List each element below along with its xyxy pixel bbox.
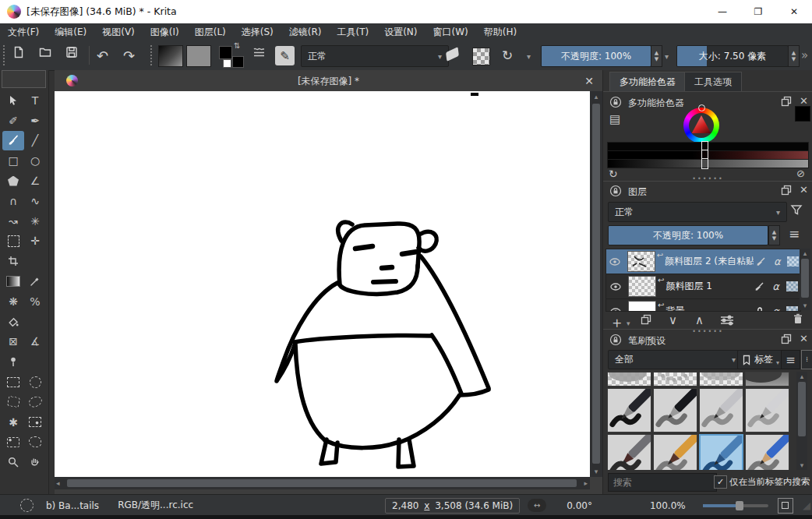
scroll-down-icon[interactable]: ▾ <box>796 461 807 470</box>
layer-alpha-lock-icon[interactable]: α <box>769 252 785 271</box>
brush-grid-scrollbar[interactable]: ▴ ▾ <box>796 372 807 470</box>
layer-lock-paint-icon[interactable] <box>751 302 768 312</box>
layer-blend-mode-combo[interactable]: 正常 ▾ <box>608 202 787 222</box>
canvas-horizontal-scrollbar[interactable]: ◂ ▸ <box>55 477 590 489</box>
layer-opacity-slider[interactable]: 不透明度: 100% <box>608 225 768 245</box>
pattern-chooser[interactable] <box>186 45 211 67</box>
close-docker-icon[interactable]: ✕ <box>800 184 808 196</box>
float-docker-icon[interactable] <box>781 185 792 196</box>
reference-images-tool[interactable] <box>2 351 24 372</box>
delete-layer-button[interactable] <box>792 312 804 325</box>
move-layer-up-button[interactable]: ∧ <box>695 313 704 327</box>
maximize-button[interactable]: ❐ <box>740 0 776 23</box>
polyline-tool[interactable]: ∠ <box>24 171 46 191</box>
menu-item[interactable]: 图像(I) <box>143 23 187 41</box>
calligraphy-tool[interactable]: ✒ <box>24 111 46 131</box>
gradient-tool[interactable] <box>2 271 24 291</box>
transform-tool[interactable] <box>2 231 24 252</box>
canvas-subwindow-titlebar[interactable]: [未保存图像] * ✕ <box>55 70 602 92</box>
magnetic-select-tool[interactable] <box>24 432 46 453</box>
scrollbar-thumb[interactable] <box>801 259 809 298</box>
menu-item[interactable]: 视图(V) <box>94 23 143 41</box>
scroll-up-icon[interactable]: ▴ <box>796 372 807 381</box>
similar-select-tool[interactable] <box>24 412 46 432</box>
new-document-button[interactable] <box>12 46 25 58</box>
menu-item[interactable]: 工具(T) <box>329 23 376 41</box>
color-wheel[interactable] <box>683 108 719 143</box>
toolbar-drag-handle[interactable] <box>2 45 6 65</box>
move-tool[interactable]: ✛ <box>24 231 46 252</box>
brush-preset-ink-pen-1[interactable] <box>607 388 651 432</box>
multibrush-tool[interactable]: ✳ <box>24 211 46 231</box>
pan-tool[interactable] <box>24 452 46 472</box>
layer-inherit-alpha-icon[interactable] <box>784 277 800 296</box>
docker-lock-icon[interactable] <box>609 96 622 108</box>
menu-item[interactable]: 滤镜(R) <box>281 23 330 41</box>
docker-lock-icon[interactable] <box>609 185 622 197</box>
blend-mode-combo[interactable]: 正常 ▾ <box>301 45 449 67</box>
edit-shapes-tool[interactable]: ✐ <box>2 111 24 131</box>
current-brush-name[interactable]: b) Ba...tails <box>46 500 99 511</box>
zoom-tool[interactable] <box>2 452 24 472</box>
layer-name[interactable]: 颜料图层 2 (来自粘贴) <box>665 255 754 268</box>
eraser-mode-button[interactable] <box>446 50 459 58</box>
blending-options-button[interactable] <box>252 47 266 58</box>
scrollbar-thumb[interactable] <box>67 479 577 487</box>
opacity-spinner[interactable]: ▲▼ <box>651 45 662 67</box>
brush-menu-icon[interactable]: ≡ <box>781 350 800 369</box>
brush-preset-smudge[interactable] <box>745 372 789 387</box>
brush-preset-watercolor-selected[interactable] <box>699 434 743 470</box>
toolbox-header[interactable] <box>2 70 46 88</box>
layer-visibility-eye-icon[interactable] <box>606 305 625 312</box>
open-document-button[interactable] <box>39 46 51 58</box>
scrollbar-thumb[interactable] <box>592 104 600 464</box>
assistants-tool[interactable]: ⊠ <box>2 332 24 352</box>
layer-name[interactable]: 背景 <box>665 305 751 312</box>
undo-button[interactable]: ↶ <box>97 48 108 64</box>
scroll-left-icon[interactable]: ◂ <box>56 478 60 489</box>
tab-advanced-color-selector[interactable]: 多功能拾色器 <box>609 72 686 91</box>
scroll-up-icon[interactable]: ▴ <box>590 91 602 102</box>
layer-list-scrollbar[interactable]: ▴ ▾ <box>800 249 810 310</box>
menu-item[interactable]: 编辑(E) <box>47 23 94 41</box>
layer-row[interactable]: ↩ 颜料图层 2 (来自粘贴) α <box>606 249 800 274</box>
zoom-slider[interactable] <box>703 504 768 507</box>
canvas-angle[interactable]: 0.00° <box>567 500 592 511</box>
contiguous-select-tool[interactable]: ✱ <box>2 412 24 432</box>
freehand-brush-tool[interactable] <box>2 131 24 151</box>
layer-row[interactable]: ↩ 背景 α <box>606 299 800 312</box>
chevron-down-icon[interactable]: ▾ <box>527 52 531 61</box>
measure-tool[interactable]: ∡ <box>24 332 46 352</box>
layer-options-menu-icon[interactable]: ≡ <box>789 226 800 242</box>
layer-name[interactable]: 颜料图层 1 <box>665 280 751 293</box>
menu-item[interactable]: 帮助(H) <box>476 23 524 41</box>
foreground-color-swatch[interactable] <box>219 46 232 59</box>
brush-preset-ink-pen-3[interactable] <box>699 388 743 432</box>
brush-preset-paint-1[interactable] <box>607 434 651 470</box>
layer-lock-paint-icon[interactable] <box>751 277 768 296</box>
add-layer-caret[interactable]: ▾ <box>627 320 630 327</box>
freehand-path-tool[interactable]: ∿ <box>24 191 46 211</box>
zoom-fit-button[interactable] <box>778 498 793 514</box>
canvas-vertical-scrollbar[interactable]: ▴ ▾ <box>590 91 602 477</box>
line-tool[interactable]: ╱ <box>24 131 46 151</box>
docker-lock-icon[interactable] <box>609 334 622 346</box>
reload-preset-button[interactable]: ↻ <box>502 48 513 63</box>
toolbar-overflow-button[interactable]: » <box>801 48 808 62</box>
swap-colors-icon[interactable]: ⇅ <box>234 41 240 50</box>
brush-preset-eraser-3[interactable] <box>699 372 743 387</box>
fill-tool[interactable] <box>2 312 24 332</box>
foreground-background-colors[interactable]: ⇅ <box>219 44 247 68</box>
opacity-slider[interactable]: 不透明度: 100% <box>541 45 651 67</box>
tab-tool-options[interactable]: 工具选项 <box>684 72 742 91</box>
float-docker-icon[interactable] <box>781 334 792 344</box>
canvas[interactable] <box>55 91 590 477</box>
crop-tool[interactable] <box>2 251 24 271</box>
brush-search-input[interactable]: 搜索 <box>608 473 717 492</box>
color-bar-value[interactable] <box>607 159 809 168</box>
layer-visibility-eye-icon[interactable] <box>606 256 624 268</box>
scope-checkbox[interactable]: ✓ <box>714 475 727 489</box>
polygon-tool[interactable] <box>2 171 24 191</box>
float-docker-icon[interactable] <box>781 96 792 107</box>
duplicate-layer-button[interactable] <box>641 314 651 325</box>
